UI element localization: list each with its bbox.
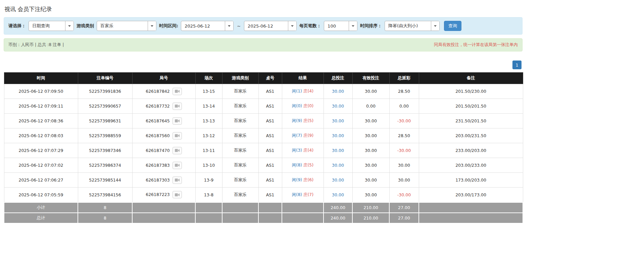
cell-game-type: 百家乐 xyxy=(222,188,258,202)
cell-total-bet: 30.00 xyxy=(324,158,352,173)
cell-note: 173.00/203.00 xyxy=(419,173,523,188)
cell-bet-id: 522573989631 xyxy=(78,114,132,128)
table-row: 2025-06-12 07:08:03522573988559626187560… xyxy=(4,128,523,143)
cell-note: 203.00/173.00 xyxy=(419,188,523,202)
subtotal-valid-bet: 210.00 xyxy=(352,202,389,213)
total-bet-link[interactable]: 30.00 xyxy=(332,118,344,123)
result-banker: 庄(5) xyxy=(303,118,313,123)
column-header: 桌号 xyxy=(258,73,282,84)
date-from-select[interactable]: 2025-06-12 xyxy=(181,21,234,31)
result-banker: 庄(7) xyxy=(303,192,313,197)
subtotal-empty-cell xyxy=(195,202,222,213)
column-header: 局号 xyxy=(132,73,195,84)
game-type-select[interactable]: 百家乐 xyxy=(97,21,156,31)
cell-valid-bet: 30.00 xyxy=(352,158,389,173)
cell-time: 2025-06-12 07:05:59 xyxy=(4,188,78,202)
subtotal-empty-cell xyxy=(258,202,282,213)
subtotal-total-bet: 240.00 xyxy=(324,202,352,213)
total-bet-link[interactable]: 30.00 xyxy=(332,104,344,109)
total-bet-link[interactable]: 30.00 xyxy=(332,192,344,197)
page-size-select[interactable]: 100 xyxy=(324,21,357,31)
total-bet-link[interactable]: 30.00 xyxy=(332,89,344,94)
cell-bet-id: 522573990657 xyxy=(78,99,132,114)
cell-game-type: 百家乐 xyxy=(222,114,258,128)
cell-payout: 30.00 xyxy=(389,158,419,173)
column-header: 注单编号 xyxy=(78,73,132,84)
video-icon xyxy=(175,119,180,123)
total-bet-link[interactable]: 30.00 xyxy=(332,133,344,138)
date-to-value: 2025-06-12 xyxy=(244,21,288,31)
cell-total-bet: 30.00 xyxy=(324,188,352,202)
cell-note: 203.00/233.00 xyxy=(419,158,523,173)
video-icon xyxy=(175,193,180,197)
video-icon xyxy=(175,89,180,93)
date-separator: ~ xyxy=(236,24,241,29)
cell-total-bet: 30.00 xyxy=(324,143,352,158)
cell-total-bet: 30.00 xyxy=(324,128,352,143)
result-player: 闲(9) xyxy=(292,177,302,182)
cell-time: 2025-06-12 07:08:36 xyxy=(4,114,78,128)
cell-bet-id: 522573985144 xyxy=(78,173,132,188)
total-bet-link[interactable]: 30.00 xyxy=(332,163,344,168)
summary-bar: 币别：人民币 | 总共 :8 注单 | 同局有效投注，统一计算在该局第一张注单内 xyxy=(4,38,523,51)
total-bet-link[interactable]: 30.00 xyxy=(332,178,344,183)
table-row: 2025-06-12 07:06:27522573985144626187303… xyxy=(4,173,523,188)
video-replay-button[interactable] xyxy=(172,191,182,198)
result-player: 闲(8) xyxy=(292,162,302,167)
video-replay-button[interactable] xyxy=(172,132,182,140)
subtotal-empty-cell xyxy=(132,202,195,213)
video-replay-button[interactable] xyxy=(172,117,182,125)
cell-bet-id: 522573991836 xyxy=(78,84,132,99)
result-player: 闲(7) xyxy=(292,133,302,138)
column-header: 结果 xyxy=(282,73,324,84)
cell-time: 2025-06-12 07:07:02 xyxy=(4,158,78,173)
cell-note: 233.00/203.00 xyxy=(419,143,523,158)
column-header: 总投注 xyxy=(324,73,352,84)
cell-time: 2025-06-12 07:07:29 xyxy=(4,143,78,158)
cell-round-id: 626187470 xyxy=(132,143,195,158)
cell-payout: -30.00 xyxy=(389,114,419,128)
cell-round-id: 626187303 xyxy=(132,173,195,188)
cell-valid-bet: 0.00 xyxy=(352,99,389,114)
video-replay-button[interactable] xyxy=(172,147,182,154)
cell-round-id: 626187383 xyxy=(132,158,195,173)
cell-valid-bet: 30.00 xyxy=(352,188,389,202)
pagination: 1 xyxy=(4,61,523,69)
cell-table-no: AS1 xyxy=(258,114,282,128)
chevron-down-icon xyxy=(288,21,296,31)
table-row: 2025-06-12 07:07:29522573987346626187470… xyxy=(4,143,523,158)
cell-valid-bet: 30.00 xyxy=(352,173,389,188)
cell-table-no: AS1 xyxy=(258,128,282,143)
search-button[interactable]: 查询 xyxy=(444,21,461,31)
cell-bet-id: 522573986374 xyxy=(78,158,132,173)
date-to-select[interactable]: 2025-06-12 xyxy=(244,21,297,31)
cell-payout: -30.00 xyxy=(389,188,419,202)
cell-valid-bet: 30.00 xyxy=(352,114,389,128)
subtotal-payout: 27.00 xyxy=(389,202,419,213)
column-header: 时间 xyxy=(4,73,78,84)
video-replay-button[interactable] xyxy=(172,88,182,95)
video-replay-button[interactable] xyxy=(172,177,182,184)
page-container: 视讯 会员下注纪录 请选择： 日期查询 游戏类别 百家乐 时间区间: 2025-… xyxy=(4,2,523,224)
total-label: 总计 xyxy=(4,213,78,223)
page-title: 视讯 会员下注纪录 xyxy=(4,2,523,17)
video-icon xyxy=(175,149,180,152)
table-header-row: 时间注单编号局号场次游戏类别桌号结果总投注有效投注总派彩备注 xyxy=(4,73,523,84)
cell-valid-bet: 30.00 xyxy=(352,143,389,158)
video-replay-button[interactable] xyxy=(172,162,182,169)
subtotal-empty-cell xyxy=(419,202,523,213)
round-id-text: 626187560 xyxy=(146,133,170,138)
cell-result: 闲(8) 庄(5) xyxy=(282,158,324,173)
total-bet-link[interactable]: 30.00 xyxy=(332,148,344,153)
cell-session: 13-15 xyxy=(195,84,222,99)
sort-select[interactable]: 降幂(由大到小) xyxy=(385,21,440,31)
cell-time: 2025-06-12 07:08:03 xyxy=(4,128,78,143)
column-header: 场次 xyxy=(195,73,222,84)
query-type-select[interactable]: 日期查询 xyxy=(29,21,74,31)
chevron-down-icon xyxy=(148,21,156,31)
video-replay-button[interactable] xyxy=(172,103,182,110)
table-row: 2025-06-12 07:05:59522573984156626187223… xyxy=(4,188,523,202)
result-banker: 庄(0) xyxy=(303,103,313,108)
round-id-text: 626187470 xyxy=(146,148,170,153)
page-button-1[interactable]: 1 xyxy=(512,61,522,69)
